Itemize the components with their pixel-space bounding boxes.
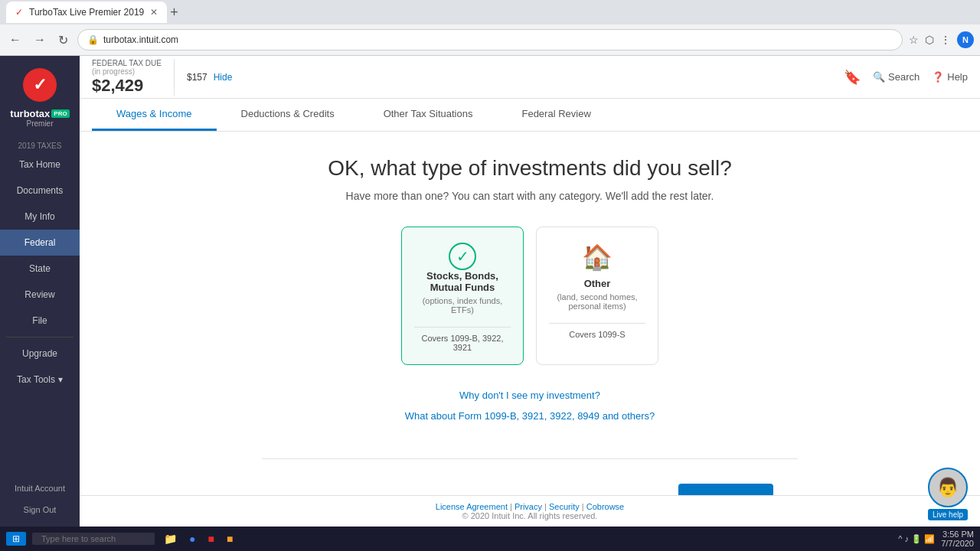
tab-title: TurboTax Live Premier 2019 [29, 7, 144, 18]
forward-nav-button[interactable]: → [31, 30, 49, 50]
continue-button[interactable]: Continue [678, 484, 773, 495]
premier-label: Premier [26, 119, 53, 128]
stocks-selected-icon: ✓ [449, 243, 476, 270]
profile-avatar[interactable]: N [957, 31, 974, 48]
pro-badge: PRO [51, 109, 69, 118]
stocks-card-subtitle: (options, index funds, ETFs) [414, 296, 511, 315]
page-subtitle: Have more than one? You can start with a… [346, 190, 714, 202]
main-content: OK, what type of investments did you sel… [80, 132, 980, 495]
footer-copyright: © 2020 Intuit Inc. All rights reserved. [462, 511, 598, 520]
search-icon: 🔍 [873, 71, 885, 83]
sidebar-item-sign-out[interactable]: Sign Out [0, 499, 80, 520]
stocks-bonds-card[interactable]: ✓ Stocks, Bonds, Mutual Funds (options, … [401, 227, 524, 365]
sidebar-item-federal[interactable]: Federal [0, 230, 80, 256]
tax-due-amount: $2,429 [92, 76, 162, 96]
search-button[interactable]: 🔍 Search [873, 71, 920, 83]
federal-tax-due-label: FEDERAL TAX DUE (in progress) [92, 59, 162, 76]
other-card-divider [549, 323, 645, 324]
page-title: OK, what type of investments did you sel… [328, 156, 732, 181]
links-section: Why don't I see my investment? What abou… [405, 390, 655, 422]
footer-privacy[interactable]: Privacy [514, 502, 542, 511]
bookmark-icon[interactable]: 🔖 [844, 69, 861, 86]
sidebar-item-review[interactable]: Review [0, 282, 80, 308]
sidebar-bottom: Intuit Account Sign Out [0, 478, 80, 527]
chevron-down-icon: ▾ [58, 374, 63, 385]
year-label: 2019 TAXES [0, 137, 80, 152]
settings-icon[interactable]: ⋮ [940, 34, 951, 46]
back-nav-button[interactable]: ← [6, 30, 24, 50]
tab-navigation: Wages & Income Deductions & Credits Othe… [80, 99, 980, 132]
tab-deductions-credits[interactable]: Deductions & Credits [217, 99, 359, 131]
tab-close-button[interactable]: ✕ [150, 7, 158, 18]
sidebar: ✓ turbotax PRO Premier 2019 TAXES Tax Ho… [0, 56, 80, 527]
tax-due-section: FEDERAL TAX DUE (in progress) $2,429 [92, 59, 175, 96]
bookmark-nav-icon[interactable]: ☆ [909, 34, 919, 46]
stocks-card-title: Stocks, Bonds, Mutual Funds [414, 270, 511, 293]
lock-icon: 🔒 [87, 34, 99, 45]
turbotax-wordmark: turbotax [10, 108, 50, 119]
tax-tools-label: Tax Tools [17, 374, 55, 385]
sidebar-item-file[interactable]: File [0, 308, 80, 334]
stocks-card-divider [414, 327, 511, 328]
logo-checkmark-icon: ✓ [33, 75, 47, 95]
other-card-icon: 🏠 [582, 243, 612, 272]
taskbar-file-explorer-icon[interactable]: 📁 [161, 531, 180, 546]
app-header: FEDERAL TAX DUE (in progress) $2,429 $15… [80, 56, 980, 99]
live-help-widget[interactable]: 👨 Live help [928, 468, 968, 520]
sidebar-item-intuit-account[interactable]: Intuit Account [0, 478, 80, 499]
live-help-label: Live help [928, 509, 968, 520]
taskbar: ⊞ 📁 ● ■ ■ ^ ♪ 🔋 📶 3:56 PM 7/7/2020 [0, 527, 980, 551]
sidebar-divider [6, 337, 74, 337]
nav-bar: ← → ↻ 🔒 turbotax.intuit.com ☆ ⬡ ⋮ N [0, 24, 980, 55]
extensions-icon[interactable]: ⬡ [925, 34, 934, 46]
tab-wages-income[interactable]: Wages & Income [92, 99, 217, 131]
hide-link[interactable]: Hide [214, 72, 233, 83]
browser-chrome: ✓ TurboTax Live Premier 2019 ✕ + ← → ↻ 🔒… [0, 0, 980, 56]
other-investments-card[interactable]: 🏠 Other (land, second homes, personal it… [536, 227, 658, 365]
investment-link-2[interactable]: What about Form 1099-B, 3921, 3922, 8949… [405, 410, 655, 422]
sidebar-nav: 2019 TAXES Tax Home Documents My Info Fe… [0, 137, 80, 478]
refresh-nav-button[interactable]: ↻ [55, 30, 71, 51]
help-button[interactable]: ❓ Help [932, 71, 968, 83]
help-icon: ❓ [932, 71, 944, 83]
taskbar-app-icon-1[interactable]: ■ [204, 531, 217, 546]
investment-cards: ✓ Stocks, Bonds, Mutual Funds (options, … [401, 227, 658, 365]
taskbar-search[interactable] [32, 533, 155, 545]
other-card-title: Other [584, 278, 611, 289]
tab-other-tax-situations[interactable]: Other Tax Situations [359, 99, 498, 131]
browser-tab-active[interactable]: ✓ TurboTax Live Premier 2019 ✕ [6, 2, 167, 23]
footer: License Agreement | Privacy | Security |… [80, 495, 980, 527]
logo-circle: ✓ [23, 68, 57, 102]
bottom-divider [262, 458, 798, 459]
tab-bar: ✓ TurboTax Live Premier 2019 ✕ + [0, 0, 980, 24]
address-bar[interactable]: 🔒 turbotax.intuit.com [77, 29, 903, 51]
live-help-avatar: 👨 [928, 468, 968, 507]
tab-favicon: ✓ [15, 7, 23, 18]
sidebar-item-my-info[interactable]: My Info [0, 204, 80, 230]
footer-cobrowse[interactable]: Cobrowse [586, 502, 625, 511]
sidebar-item-tax-tools[interactable]: Tax Tools ▾ [0, 367, 80, 393]
tab-federal-review[interactable]: Federal Review [497, 99, 615, 131]
main-area: FEDERAL TAX DUE (in progress) $2,429 $15… [80, 56, 980, 527]
start-button[interactable]: ⊞ [6, 532, 26, 546]
nav-icons: ☆ ⬡ ⋮ N [909, 31, 974, 48]
footer-license[interactable]: License Agreement [436, 502, 508, 511]
sidebar-item-upgrade[interactable]: Upgrade [0, 341, 80, 367]
sidebar-item-documents[interactable]: Documents [0, 178, 80, 204]
sidebar-item-state[interactable]: State [0, 256, 80, 282]
app-container: ✓ turbotax PRO Premier 2019 TAXES Tax Ho… [0, 56, 980, 527]
taskbar-app-icon-2[interactable]: ■ [224, 531, 236, 546]
sidebar-item-tax-home[interactable]: Tax Home [0, 152, 80, 178]
footer-security[interactable]: Security [549, 502, 580, 511]
header-actions: 🔖 🔍 Search ❓ Help [844, 69, 968, 86]
bottom-navigation: ‹ Back Continue [262, 471, 798, 495]
taskbar-tray: ^ ♪ 🔋 📶 3:56 PM 7/7/2020 [898, 530, 974, 548]
logo-text: turbotax PRO [10, 108, 69, 119]
tray-icons: ^ ♪ 🔋 📶 [898, 534, 935, 544]
investment-link-1[interactable]: Why don't I see my investment? [459, 390, 600, 401]
tax-change-amount: $157 [187, 72, 207, 83]
tax-due-change-section: $157 Hide [187, 72, 232, 83]
taskbar-time: 3:56 PM 7/7/2020 [941, 530, 974, 548]
new-tab-button[interactable]: + [170, 5, 178, 19]
taskbar-chrome-icon[interactable]: ● [186, 531, 198, 546]
